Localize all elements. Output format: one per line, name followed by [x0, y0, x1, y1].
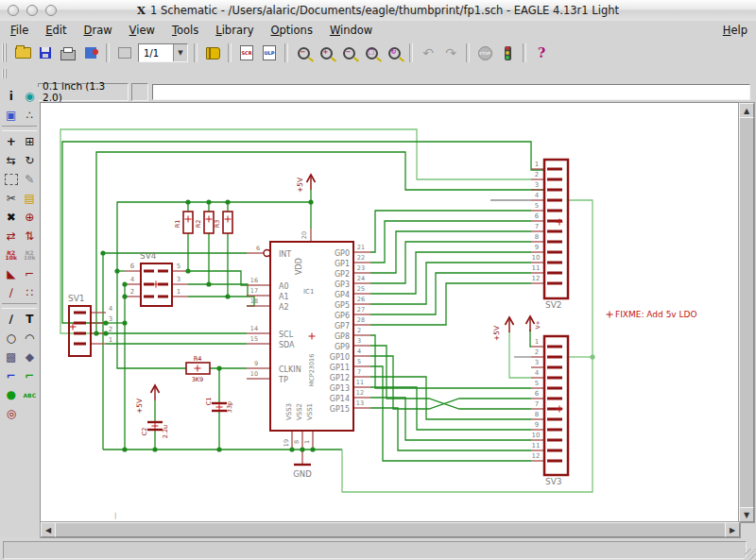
toolbar-grip[interactable] [2, 43, 8, 62]
menu-draw[interactable]: Draw [76, 22, 121, 39]
open-button[interactable] [11, 42, 34, 63]
tool-rotate[interactable]: ↻ [22, 152, 39, 169]
menu-help[interactable]: Help [714, 22, 756, 39]
schematic-text: CLKIN [279, 365, 301, 374]
save-floppy-icon [40, 47, 51, 59]
tool-change[interactable]: ✎ [22, 171, 39, 188]
schematic-text: 22 [357, 254, 365, 262]
tool-wire[interactable]: ∕ [3, 311, 20, 328]
tool-rect[interactable]: ▩ [3, 348, 20, 365]
run-ulp-button[interactable]: ULP [258, 42, 281, 63]
schematic-text: 6 [535, 390, 540, 398]
help-button[interactable]: ? [530, 42, 553, 63]
sheet-selector[interactable]: 1/1 ▼ [138, 43, 188, 62]
command-history-button[interactable] [131, 83, 148, 101]
schematic-text: 1 [177, 288, 180, 296]
tool-label[interactable]: ABC [22, 386, 39, 403]
schematic-text: GP11 [330, 364, 350, 372]
tool-copy[interactable]: ⊞ [22, 133, 39, 150]
library-button[interactable] [201, 42, 224, 63]
tool-group[interactable] [3, 171, 20, 188]
scroll-down-arrow-icon[interactable]: ▼ [739, 507, 754, 522]
scroll-up-arrow-icon[interactable]: ▲ [739, 103, 754, 118]
tool-split[interactable]: ∕ [3, 284, 20, 301]
sheet-dropdown-arrow-icon[interactable]: ▼ [173, 44, 187, 61]
tool-polygon[interactable]: ◆ [22, 348, 39, 365]
title-bar[interactable]: X1 Schematic - /Users/alaric/Documents/e… [0, 0, 756, 22]
undo-button[interactable]: ↶ [417, 42, 439, 63]
cam-button[interactable] [79, 42, 102, 63]
tool-junction[interactable]: ● [3, 386, 20, 403]
zoom-out-button[interactable]: − [337, 42, 360, 63]
tool-circle[interactable]: ○ [3, 330, 20, 347]
connector-pad [547, 346, 562, 348]
tool-invoke[interactable]: ∷ [22, 284, 39, 301]
command-row: 0.1 inch (1.3 2.0) [0, 81, 756, 102]
menu-window[interactable]: Window [321, 22, 381, 39]
menu-options[interactable]: Options [262, 22, 320, 39]
tool-display[interactable]: ▣ [3, 107, 20, 124]
redo-button[interactable]: ↷ [439, 42, 462, 63]
erc-light-button[interactable] [496, 42, 519, 63]
tool-cut[interactable]: ✂ [3, 190, 20, 207]
horizontal-scrollbar[interactable]: ◀ ▶ [40, 521, 741, 538]
schematic-text: 11 [532, 264, 541, 272]
resize-grip[interactable] [745, 549, 756, 560]
run-script-button[interactable]: SCR [235, 42, 258, 63]
command-input[interactable] [152, 84, 750, 100]
tool-show[interactable]: ◉ [22, 88, 39, 105]
tool-text[interactable]: T [22, 311, 39, 328]
zoom-select-button[interactable]: □ [360, 42, 383, 63]
connector-pad [547, 377, 562, 380]
tool-miter[interactable]: ◣ [3, 265, 20, 282]
zoom-in-button[interactable]: + [315, 42, 337, 63]
junction-dot [216, 365, 221, 370]
schematic-text: 7 [535, 223, 539, 230]
tool-mirror[interactable]: ⇆ [3, 152, 20, 169]
tool-wire-bend[interactable]: ⌐ [22, 265, 39, 282]
zoom-fit-button[interactable]: − [292, 42, 315, 63]
connector-pad [74, 343, 86, 346]
inverter-bubble [264, 250, 270, 257]
vertical-scroll-thumb[interactable] [739, 117, 754, 508]
tool-erc[interactable]: ◎ [3, 405, 20, 422]
schematic-text: VSS3 [285, 403, 293, 420]
tool-smash[interactable]: R210k [22, 246, 39, 263]
print-button[interactable] [57, 42, 79, 63]
menu-library[interactable]: Library [207, 22, 262, 39]
schematic-canvas[interactable]: SV14321SV4642531SV2SV3123456789101112123… [40, 102, 741, 523]
schematic-text: 28 [357, 316, 365, 324]
tool-delete[interactable]: ✖ [3, 209, 20, 226]
tool-move[interactable]: + [3, 133, 20, 150]
schematic-text: SV4 [140, 251, 157, 261]
stop-button[interactable]: STOP [473, 42, 496, 63]
tool-mark[interactable]: ∴ [22, 107, 39, 124]
connector-pad [547, 168, 562, 171]
tool-pinswap[interactable]: ⇄ [3, 228, 20, 245]
schematic-text: R4 [194, 355, 202, 363]
tool-replace[interactable]: ⇅ [22, 228, 39, 245]
zoom-redraw-button[interactable]: ↻ [383, 42, 405, 63]
tool-value[interactable]: R210k [3, 246, 20, 263]
connector-pad [144, 296, 154, 298]
menu-view[interactable]: View [121, 22, 163, 39]
tool-net[interactable]: ⌐ [22, 367, 39, 384]
board-icon [118, 47, 131, 59]
tool-add[interactable]: ⊕ [22, 209, 39, 226]
scroll-right-arrow-icon[interactable]: ▶ [725, 522, 740, 537]
tool-info[interactable]: i [3, 88, 20, 105]
tool-arc[interactable]: ◠ [22, 330, 39, 347]
parameter-toolbar-grip[interactable] [2, 69, 8, 78]
vertical-scrollbar[interactable]: ▲ ▼ [738, 102, 755, 523]
zoom-out-icon: − [343, 47, 355, 59]
board-button[interactable] [113, 42, 136, 63]
schematic-text: GP5 [335, 301, 350, 310]
tool-paste[interactable]: ▤ [22, 190, 39, 207]
menu-edit[interactable]: Edit [37, 22, 75, 39]
menu-tools[interactable]: Tools [163, 22, 207, 39]
scroll-left-arrow-icon[interactable]: ◀ [41, 522, 56, 537]
save-button[interactable] [34, 42, 57, 63]
horizontal-scroll-thumb[interactable] [55, 522, 726, 537]
tool-bus[interactable]: ⌐ [3, 367, 20, 384]
menu-file[interactable]: File [2, 22, 37, 39]
